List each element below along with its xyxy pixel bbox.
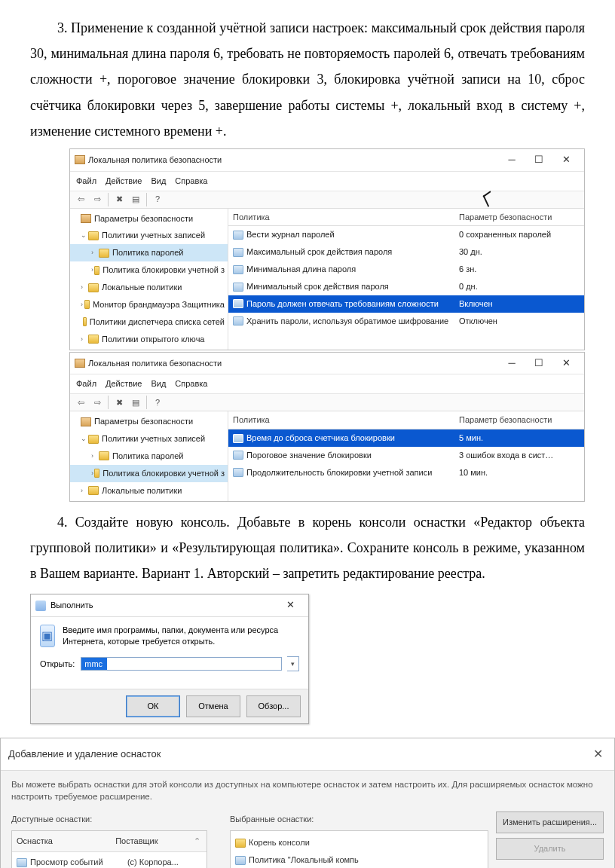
col-param: Параметр безопасности [459,209,580,225]
help-icon[interactable]: ? [150,193,165,206]
close-button[interactable]: ✕ [589,743,607,766]
menu-bar: Файл Действие Вид Справка [70,172,584,191]
window-title: Локальная политика безопасности [88,356,498,371]
delete-icon[interactable]: ✖ [112,396,127,409]
policy-row[interactable]: Продолжительность блокировки учетной зап… [228,464,584,481]
selected-item[interactable]: Политика "Локальный компь [235,851,483,868]
run-dialog: Выполнить ✕ ▣ Введите имя программы, пап… [30,594,309,723]
menu-help[interactable]: Справка [175,173,207,189]
open-input[interactable] [81,657,282,671]
policy-row-selected[interactable]: Пароль должен отвечать требованиям сложн… [228,295,584,313]
policy-row[interactable]: Пороговое значение блокировки3 ошибок вх… [228,447,584,464]
toolbar: ⇦ ⇨ ✖ ▤ ? [70,394,584,411]
menu-view[interactable]: Вид [151,173,166,189]
menu-bar: Файл Действие Вид Справка [70,374,584,394]
menu-file[interactable]: Файл [76,173,96,189]
remove-button[interactable]: Удалить [496,838,604,860]
close-button[interactable]: ✕ [277,596,304,615]
edit-extensions-button[interactable]: Изменить расширения... [496,811,604,833]
policy-list[interactable]: Политика Параметр безопасности Время до … [228,411,584,500]
window-titlebar: Локальная политика безопасности ─ ☐ ✕ [70,353,584,375]
properties-icon[interactable]: ▤ [128,193,143,206]
policy-row[interactable]: Минимальный срок действия пароля0 дн. [228,278,584,295]
run-message: Введите имя программы, папки, документа … [63,625,299,647]
policy-row-selected[interactable]: Время до сброса счетчика блокировки5 мин… [228,429,584,447]
available-grid[interactable]: Оснастка Поставщик ⌃ Просмотр событий (с… [11,830,207,868]
app-icon [75,359,85,368]
app-icon [75,155,85,164]
paragraph-3: 3. Применение к созданной учётной записи… [30,15,585,144]
nav-tree[interactable]: Параметры безопасности ⌄Политики учетных… [70,209,228,350]
browse-button[interactable]: Обзор... [246,695,301,717]
back-icon[interactable]: ⇦ [73,193,88,206]
available-label: Доступные оснастки: [11,811,207,827]
maximize-button[interactable]: ☐ [525,151,552,170]
toolbar: ⇦ ⇨ ✖ ▤ ? [70,191,584,209]
help-icon[interactable]: ? [150,396,165,409]
delete-icon[interactable]: ✖ [112,193,127,206]
minimize-button[interactable]: ─ [498,151,525,170]
run-app-icon: ▣ [40,625,55,647]
policy-row[interactable]: Максимальный срок действия пароля30 дн. [228,243,584,261]
snapin-icon [17,858,27,867]
available-row[interactable]: Просмотр событий (с) Корпора... [12,852,207,868]
combo-arrow-icon[interactable]: ▾ [287,656,299,671]
policy-row[interactable]: Вести журнал паролей0 сохраненных пароле… [228,226,584,243]
window-title: Локальная политика безопасности [88,152,498,168]
tree-lockout-policy[interactable]: ›Политика блокировки учетной з [70,465,228,482]
close-button[interactable]: ✕ [552,151,580,170]
run-icon [35,601,46,611]
snapins-description: Вы можете выбрать оснастки для этой конс… [11,778,604,802]
snapins-title: Добавление и удаление оснасток [8,745,161,764]
menu-view[interactable]: Вид [151,376,166,392]
run-title: Выполнить [50,598,277,613]
minimize-button[interactable]: ─ [498,354,525,373]
menu-action[interactable]: Действие [106,376,142,392]
menu-file[interactable]: Файл [76,376,96,392]
nav-tree[interactable]: Параметры безопасности ⌄Политики учетных… [70,411,228,500]
selected-label: Выбранные оснастки: [230,811,488,827]
cancel-button[interactable]: Отмена [186,695,240,717]
menu-action[interactable]: Действие [106,173,142,189]
forward-icon[interactable]: ⇨ [90,193,105,206]
selected-tree[interactable]: Корень консоли Политика "Локальный компь… [230,830,488,868]
tree-password-policy[interactable]: ›Политика паролей [70,244,228,261]
col-policy: Политика [233,209,459,225]
snapins-dialog: Добавление и удаление оснасток ✕ Вы може… [0,738,615,868]
secpol-password-screenshot: Локальная политика безопасности ─ ☐ ✕ Фа… [69,148,585,502]
close-button[interactable]: ✕ [552,354,580,373]
policy-row[interactable]: Минимальная длина пароля6 зн. [228,261,584,278]
policy-row[interactable]: Хранить пароли, используя обратимое шифр… [228,313,584,330]
window-titlebar: Локальная политика безопасности ─ ☐ ✕ [70,149,584,172]
back-icon[interactable]: ⇦ [73,396,88,409]
maximize-button[interactable]: ☐ [525,354,552,373]
open-label: Открыть: [40,656,75,672]
ok-button[interactable]: ОК [126,695,180,717]
policy-list[interactable]: Политика Параметр безопасности Вести жур… [228,209,584,350]
menu-help[interactable]: Справка [175,376,207,392]
tree-root[interactable]: Корень консоли [235,834,483,851]
forward-icon[interactable]: ⇨ [90,396,105,409]
properties-icon[interactable]: ▤ [128,396,143,409]
scroll-up-icon[interactable]: ⌃ [191,833,202,849]
paragraph-4: 4. Создайте новую консоль. Добавьте в ко… [30,509,585,587]
